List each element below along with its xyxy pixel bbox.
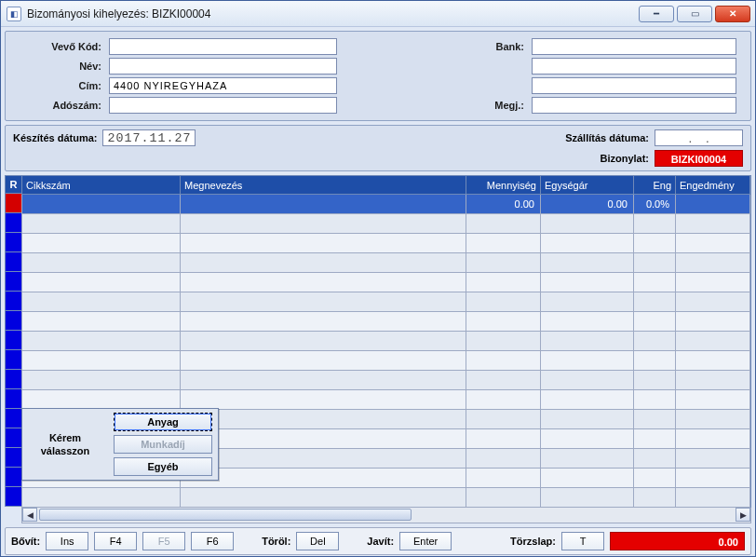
maximize-button[interactable]: ▭ [677,6,712,22]
btn-f4[interactable]: F4 [94,532,137,550]
row-selector-10[interactable] [5,389,21,409]
row-selector-7[interactable] [5,331,21,350]
row-selector-9[interactable] [5,370,21,389]
row-selector-8[interactable] [5,350,21,370]
grid-header-megnevezes[interactable]: Megnevezés [181,176,466,195]
dates-panel: Készítés dátuma: Szállítás dátuma: Bizon… [5,125,751,171]
row-selector-12[interactable] [5,428,21,448]
close-button[interactable]: ✕ [715,6,750,22]
label-bizonylat: Bizonylat: [600,153,649,164]
scroll-right-icon[interactable]: ▶ [736,508,750,522]
btn-del[interactable]: Del [296,532,339,550]
row-selector-1[interactable] [5,213,21,233]
btn-egyeb[interactable]: Egyéb [114,457,212,476]
cell-eng[interactable]: 0.0% [634,195,676,214]
grid-header-egysegar[interactable]: Egységár [541,176,634,195]
window-controls: ━ ▭ ✕ [634,3,755,25]
grid-header-eng[interactable]: Eng [634,176,676,195]
app-icon: ◧ [7,7,21,21]
table-row[interactable] [22,253,750,273]
label-cim: Cím: [13,80,101,91]
window-frame: ◧ Bizományosi kihelyezés: BIZKI00004 ━ ▭… [0,0,756,557]
choice-prompt: Kérem válasszon [22,409,108,480]
input-nev[interactable] [109,58,337,75]
table-row[interactable] [22,390,750,410]
titlebar[interactable]: ◧ Bizományosi kihelyezés: BIZKI00004 ━ ▭… [1,1,755,27]
btn-t[interactable]: T [561,532,604,550]
bizonylat-badge: BIZKI00004 [655,150,743,167]
input-megj[interactable] [532,97,736,114]
row-selector-6[interactable] [5,311,21,331]
table-row[interactable] [22,488,750,508]
table-row[interactable] [22,371,750,390]
grid-header-cikkszam[interactable]: Cikkszám [22,176,181,195]
cell-egysegar[interactable]: 0.00 [541,195,634,214]
table-row[interactable] [22,214,750,234]
btn-f5[interactable]: F5 [142,532,185,550]
cell-cikkszam[interactable] [22,195,181,214]
label-created-date: Készítés dátuma: [13,132,97,143]
row-selector-4[interactable] [5,272,21,292]
cell-megnevezes[interactable] [181,195,466,214]
table-row[interactable] [22,332,750,351]
window-title: Bizományosi kihelyezés: BIZKI00004 [27,7,634,20]
input-adoszam[interactable] [109,97,337,114]
btn-enter[interactable]: Enter [399,532,452,550]
label-javit: Javít: [367,536,394,547]
label-torol: Töröl: [262,536,290,547]
row-selector-0[interactable] [5,194,21,213]
row-selector-13[interactable] [5,448,21,468]
row-selector-15[interactable] [5,487,21,507]
table-row[interactable] [22,292,750,312]
label-bank: Bank: [473,41,524,52]
label-adoszam: Adószám: [13,100,101,111]
input-vevo-kod[interactable] [109,38,337,55]
minimize-button[interactable]: ━ [639,6,674,22]
total-badge: 0.00 [610,532,745,550]
input-bank-3[interactable] [532,77,736,94]
input-created-date[interactable] [102,129,196,146]
input-bank-2[interactable] [532,58,736,75]
label-ship-date: Szállítás dátuma: [565,132,649,143]
grid-header-engedmeny[interactable]: Engedmény [676,176,750,195]
input-cim[interactable] [109,77,337,94]
scroll-thumb[interactable] [39,509,412,521]
row-selector-2[interactable] [5,233,21,252]
btn-munkadij[interactable]: Munkadíj [114,435,212,454]
label-megj: Megj.: [473,100,524,111]
row-selector-14[interactable] [5,468,21,487]
label-torzslap: Törzslap: [510,536,556,547]
table-row[interactable] [22,273,750,292]
btn-anyag[interactable]: Anyag [114,413,212,431]
row-selector-5[interactable] [5,292,21,311]
label-vevo-kod: Vevő Kód: [13,41,101,52]
cell-mennyiseg[interactable]: 0.00 [466,195,541,214]
table-row[interactable]: 0.00 0.00 0.0% [22,195,750,214]
grid-header-mennyiseg[interactable]: Mennyiség [466,176,541,195]
input-ship-date[interactable] [655,129,743,146]
btn-ins[interactable]: Ins [46,532,88,550]
bottom-toolbar: Bővít: Ins F4 F5 F6 Töröl: Del Javít: En… [5,527,751,555]
grid-hscrollbar[interactable]: ◀ ▶ [21,508,751,523]
choice-dialog: Kérem válasszon Anyag Munkadíj Egyéb [21,408,219,481]
table-row[interactable] [22,234,750,253]
row-selector-11[interactable] [5,409,21,428]
cell-engedmeny[interactable] [676,195,750,214]
label-bovit: Bővít: [11,536,40,547]
input-bank-1[interactable] [532,38,736,55]
table-row[interactable] [22,312,750,332]
btn-f6[interactable]: F6 [191,532,234,550]
customer-panel: Vevő Kód: Név: Cím: Adószám: [5,31,751,121]
grid-header-r[interactable]: R [5,175,21,194]
scroll-left-icon[interactable]: ◀ [22,508,37,522]
label-nev: Név: [13,61,101,72]
table-row[interactable] [22,351,750,371]
row-selector-3[interactable] [5,252,21,272]
